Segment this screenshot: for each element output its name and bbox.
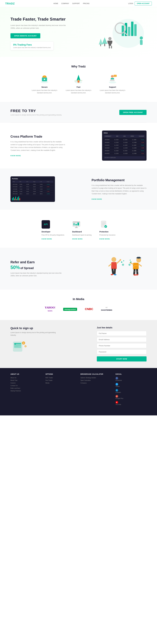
facebook-link[interactable]: f Facebook — [116, 377, 147, 381]
nav-company[interactable]: COMPANY — [61, 2, 69, 4]
youtube-label: YouTube — [116, 404, 121, 405]
footer: About Us About Us World Trial Careers Co… — [0, 368, 157, 416]
cross-table-header: CURRENCY BID ASK OPEN CHANGE — [104, 135, 145, 138]
nav-support[interactable]: SUPPORT — [72, 2, 80, 4]
portfolio-text: It is a long established fact that a rea… — [92, 184, 146, 195]
refer-left: Refer and Earn 50% of Spread Lorem Ipsum… — [10, 260, 63, 277]
feature-dashboard-title: Dashboard — [72, 231, 92, 233]
youtube-icon: ▶ — [116, 401, 118, 404]
svg-rect-13 — [111, 46, 112, 48]
svg-rect-46 — [75, 228, 78, 228]
feature-protection-link[interactable]: KNOW MORE — [100, 238, 110, 240]
cross-widget-title: Adras — [104, 132, 145, 134]
hero-image — [92, 15, 146, 52]
footer-link-world-trial[interactable]: World Trial — [10, 380, 42, 381]
svg-point-61 — [121, 262, 122, 263]
hero-section: Trade Faster, Trade Smarter Lorem Ipsum … — [0, 7, 157, 57]
footer-link-company[interactable]: Company — [80, 382, 112, 384]
svg-text:!: ! — [114, 76, 114, 76]
table-row: XRP/USD0.3200.3210.3400.310-1.5% — [12, 190, 54, 193]
table-row: UNADEX11.232011.242511.1980+0.25 — [104, 138, 145, 141]
footer-link-careers[interactable]: Careers — [10, 382, 42, 384]
twitter-link[interactable]: t Twitter — [116, 383, 147, 387]
cross-know-more[interactable]: KNOW MORE — [10, 155, 21, 156]
free-cta-button[interactable]: OPEN FREE ACCOUNT — [119, 110, 146, 115]
feature-dashboard-link[interactable]: KNOW MORE — [72, 238, 83, 240]
feature-card-developer: API Developer Free API & 3rd party integ… — [42, 220, 64, 240]
svg-point-51 — [104, 225, 107, 228]
signup-phone-input[interactable] — [97, 343, 146, 348]
yahoo-logo: YAHOO! NEWS — [45, 306, 55, 312]
dashboard-illustration — [72, 220, 80, 228]
svg-point-62 — [122, 264, 124, 266]
googleplus-link[interactable]: g+ Google Plus — [116, 395, 147, 399]
youtube-link[interactable]: ▶ YouTube — [116, 401, 147, 405]
hero-subtitle: Lorem Ipsum has been the industry's stan… — [10, 24, 68, 30]
footer-link-span[interactable]: Span Calculator — [80, 380, 112, 381]
open-account-button[interactable]: OPEN ACCOUNT — [135, 2, 152, 6]
table-row: UNADEX11.232011.242511.1980-0.08 — [104, 147, 145, 150]
footer-col-tools-title: Brokerage Calculator — [80, 373, 112, 375]
svg-rect-42 — [73, 223, 75, 226]
linkedin-link[interactable]: in LinkedIn — [116, 389, 147, 393]
footer-link-media[interactable]: Media — [46, 382, 77, 384]
refer-section: Refer and Earn 50% of Spread Lorem Ipsum… — [0, 248, 157, 290]
signup-password-input[interactable] — [97, 350, 146, 354]
cross-th-bid: BID — [116, 136, 118, 137]
signup-title: Quick to sign up — [10, 326, 60, 330]
footer-link-refer[interactable]: Refer and Earn — [10, 388, 42, 389]
signup-email-input[interactable] — [97, 337, 146, 342]
facebook-label: Facebook — [116, 380, 122, 381]
portfolio-section: Portfolio Pair Bid Ask High Low Chg% BTC… — [0, 168, 157, 210]
footer-link-contact[interactable]: Contact Us — [10, 385, 42, 386]
cross-table-widget: Adras CURRENCY BID ASK OPEN CHANGE UNADE… — [102, 130, 146, 161]
svg-point-77 — [130, 260, 131, 261]
footer-col-social-title: Social — [116, 373, 147, 375]
why-card-support-title: Support — [100, 86, 126, 88]
why-card-secure-title: Secure — [32, 86, 58, 88]
svg-point-75 — [130, 262, 132, 263]
footer-link-ref-trader[interactable]: REF Trader — [46, 377, 77, 378]
portfolio-know-more[interactable]: KNOW MORE — [92, 198, 102, 200]
cross-th-ask: ASK — [123, 136, 126, 137]
footer-link-strategy[interactable]: Options Strategy Builder — [80, 377, 112, 378]
svg-rect-58 — [114, 268, 116, 274]
footer-link-about-us[interactable]: About Us — [10, 377, 42, 378]
media-section: In Media YAHOO! NEWS moneycontrol CNBC N… — [0, 290, 157, 320]
svg-text:$: $ — [23, 342, 24, 344]
footer-link-startup[interactable]: Startup Partners — [10, 390, 42, 392]
why-card-fast-text: Lorem ipsum has been the industry's stan… — [66, 89, 92, 94]
feature-developer-text: Free API & 3rd party integrations — [42, 234, 64, 236]
signup-submit-button[interactable]: START NOW — [97, 356, 146, 362]
svg-marker-18 — [99, 38, 103, 44]
svg-rect-12 — [109, 46, 110, 48]
footer-link-fee-trader[interactable]: Fee Trader — [46, 380, 77, 381]
signup-name-input[interactable] — [97, 331, 146, 336]
api-icon: API — [42, 220, 50, 228]
footer-col-tools: Brokerage Calculator Options Strategy Bu… — [80, 373, 112, 406]
nav-home[interactable]: HOME — [54, 2, 58, 4]
portfolio-chart — [12, 196, 54, 200]
refer-text: Lorem Ipsum has been the industry's stan… — [10, 272, 63, 277]
nav-pricing[interactable]: PRICING — [83, 2, 90, 4]
feature-developer-link[interactable]: KNOW MORE — [42, 238, 52, 240]
logo: TRADZ — [5, 2, 15, 5]
svg-point-14 — [140, 36, 143, 40]
hero-title: Trade Faster, Trade Smarter — [10, 16, 68, 22]
linkedin-icon: in — [116, 389, 118, 392]
svg-point-52 — [112, 257, 116, 262]
free-subtitle: Lorem Ipsum is simply dummy text of the … — [10, 114, 62, 116]
hero-cta-button[interactable]: OPEN DEMATE ACCOUNT — [10, 33, 40, 38]
cross-left: Cross Platform Trade It is a long establ… — [10, 135, 66, 156]
footer-col-social: Social f Facebook t Twitter in LinkedIn … — [116, 373, 147, 406]
login-button[interactable]: LOGIN — [128, 2, 133, 4]
refer-person2-illustration — [128, 256, 146, 282]
twitter-icon: t — [116, 383, 118, 386]
refer-percent: 50% — [10, 265, 20, 270]
table-row: UNADEX11.232011.242511.1980-0.15 — [104, 141, 145, 144]
developer-illustration: API — [42, 220, 50, 228]
feature-card-dashboard: Dashboard Dashboard report & earning KNO… — [72, 220, 92, 240]
table-row: BTC/USD9,2509,2559,4009,100+1.2% — [12, 183, 54, 186]
hero-left: Trade Faster, Trade Smarter Lorem Ipsum … — [10, 16, 68, 50]
svg-text:$: $ — [25, 346, 26, 347]
